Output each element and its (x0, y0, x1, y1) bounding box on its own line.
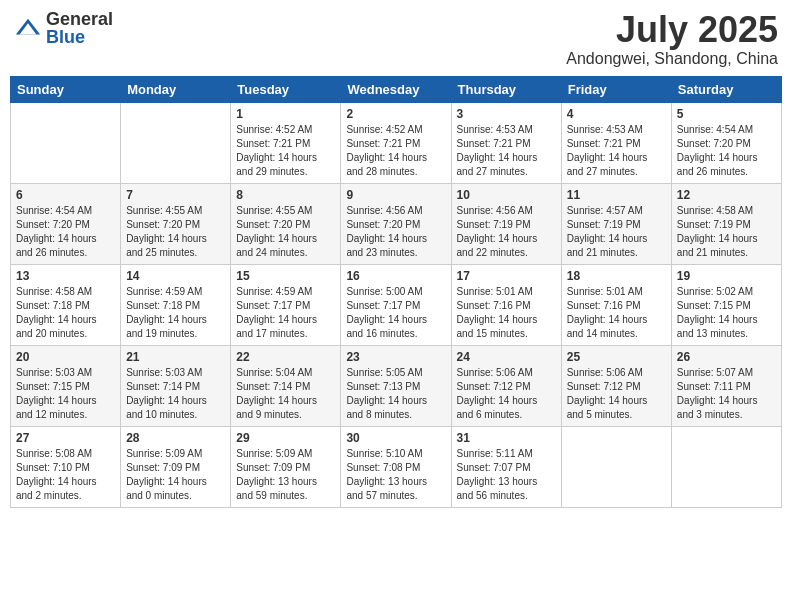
day-number: 14 (126, 269, 225, 283)
day-number: 10 (457, 188, 556, 202)
day-info: Sunrise: 4:56 AM Sunset: 7:20 PM Dayligh… (346, 204, 445, 260)
day-number: 7 (126, 188, 225, 202)
day-info: Sunrise: 4:52 AM Sunset: 7:21 PM Dayligh… (236, 123, 335, 179)
day-number: 26 (677, 350, 776, 364)
weekday-header-friday: Friday (561, 76, 671, 102)
calendar-cell: 27Sunrise: 5:08 AM Sunset: 7:10 PM Dayli… (11, 426, 121, 507)
calendar-cell: 31Sunrise: 5:11 AM Sunset: 7:07 PM Dayli… (451, 426, 561, 507)
day-info: Sunrise: 4:53 AM Sunset: 7:21 PM Dayligh… (457, 123, 556, 179)
day-number: 4 (567, 107, 666, 121)
day-number: 12 (677, 188, 776, 202)
calendar-cell: 16Sunrise: 5:00 AM Sunset: 7:17 PM Dayli… (341, 264, 451, 345)
calendar-cell: 3Sunrise: 4:53 AM Sunset: 7:21 PM Daylig… (451, 102, 561, 183)
calendar-cell (561, 426, 671, 507)
weekday-header-row: SundayMondayTuesdayWednesdayThursdayFrid… (11, 76, 782, 102)
day-number: 21 (126, 350, 225, 364)
day-info: Sunrise: 4:59 AM Sunset: 7:18 PM Dayligh… (126, 285, 225, 341)
day-info: Sunrise: 4:55 AM Sunset: 7:20 PM Dayligh… (126, 204, 225, 260)
day-info: Sunrise: 5:02 AM Sunset: 7:15 PM Dayligh… (677, 285, 776, 341)
calendar-cell: 5Sunrise: 4:54 AM Sunset: 7:20 PM Daylig… (671, 102, 781, 183)
day-number: 8 (236, 188, 335, 202)
day-info: Sunrise: 4:57 AM Sunset: 7:19 PM Dayligh… (567, 204, 666, 260)
day-number: 13 (16, 269, 115, 283)
calendar-cell: 26Sunrise: 5:07 AM Sunset: 7:11 PM Dayli… (671, 345, 781, 426)
day-info: Sunrise: 5:09 AM Sunset: 7:09 PM Dayligh… (126, 447, 225, 503)
calendar-cell: 13Sunrise: 4:58 AM Sunset: 7:18 PM Dayli… (11, 264, 121, 345)
day-info: Sunrise: 4:54 AM Sunset: 7:20 PM Dayligh… (677, 123, 776, 179)
day-number: 31 (457, 431, 556, 445)
day-number: 20 (16, 350, 115, 364)
day-number: 28 (126, 431, 225, 445)
day-info: Sunrise: 5:09 AM Sunset: 7:09 PM Dayligh… (236, 447, 335, 503)
calendar-cell: 12Sunrise: 4:58 AM Sunset: 7:19 PM Dayli… (671, 183, 781, 264)
calendar-week-row: 1Sunrise: 4:52 AM Sunset: 7:21 PM Daylig… (11, 102, 782, 183)
calendar-cell: 18Sunrise: 5:01 AM Sunset: 7:16 PM Dayli… (561, 264, 671, 345)
day-number: 19 (677, 269, 776, 283)
day-number: 9 (346, 188, 445, 202)
calendar-week-row: 27Sunrise: 5:08 AM Sunset: 7:10 PM Dayli… (11, 426, 782, 507)
page-header: General Blue July 2025 Andongwei, Shando… (10, 10, 782, 68)
day-number: 27 (16, 431, 115, 445)
weekday-header-saturday: Saturday (671, 76, 781, 102)
day-number: 15 (236, 269, 335, 283)
day-number: 5 (677, 107, 776, 121)
day-info: Sunrise: 5:11 AM Sunset: 7:07 PM Dayligh… (457, 447, 556, 503)
calendar-cell: 15Sunrise: 4:59 AM Sunset: 7:17 PM Dayli… (231, 264, 341, 345)
logo-icon (14, 14, 42, 42)
day-number: 6 (16, 188, 115, 202)
day-info: Sunrise: 4:59 AM Sunset: 7:17 PM Dayligh… (236, 285, 335, 341)
day-number: 16 (346, 269, 445, 283)
calendar-cell: 21Sunrise: 5:03 AM Sunset: 7:14 PM Dayli… (121, 345, 231, 426)
day-info: Sunrise: 5:05 AM Sunset: 7:13 PM Dayligh… (346, 366, 445, 422)
calendar-cell: 17Sunrise: 5:01 AM Sunset: 7:16 PM Dayli… (451, 264, 561, 345)
calendar-cell: 11Sunrise: 4:57 AM Sunset: 7:19 PM Dayli… (561, 183, 671, 264)
weekday-header-wednesday: Wednesday (341, 76, 451, 102)
day-info: Sunrise: 4:58 AM Sunset: 7:18 PM Dayligh… (16, 285, 115, 341)
weekday-header-monday: Monday (121, 76, 231, 102)
calendar-cell (671, 426, 781, 507)
calendar-cell: 6Sunrise: 4:54 AM Sunset: 7:20 PM Daylig… (11, 183, 121, 264)
day-info: Sunrise: 4:58 AM Sunset: 7:19 PM Dayligh… (677, 204, 776, 260)
day-number: 29 (236, 431, 335, 445)
day-number: 24 (457, 350, 556, 364)
day-info: Sunrise: 5:06 AM Sunset: 7:12 PM Dayligh… (457, 366, 556, 422)
day-number: 1 (236, 107, 335, 121)
weekday-header-sunday: Sunday (11, 76, 121, 102)
day-info: Sunrise: 4:55 AM Sunset: 7:20 PM Dayligh… (236, 204, 335, 260)
calendar-cell (121, 102, 231, 183)
calendar-cell: 4Sunrise: 4:53 AM Sunset: 7:21 PM Daylig… (561, 102, 671, 183)
calendar-cell: 2Sunrise: 4:52 AM Sunset: 7:21 PM Daylig… (341, 102, 451, 183)
calendar-cell: 19Sunrise: 5:02 AM Sunset: 7:15 PM Dayli… (671, 264, 781, 345)
day-info: Sunrise: 5:08 AM Sunset: 7:10 PM Dayligh… (16, 447, 115, 503)
day-number: 25 (567, 350, 666, 364)
calendar-cell: 28Sunrise: 5:09 AM Sunset: 7:09 PM Dayli… (121, 426, 231, 507)
day-info: Sunrise: 5:01 AM Sunset: 7:16 PM Dayligh… (457, 285, 556, 341)
calendar-cell: 1Sunrise: 4:52 AM Sunset: 7:21 PM Daylig… (231, 102, 341, 183)
calendar-cell: 14Sunrise: 4:59 AM Sunset: 7:18 PM Dayli… (121, 264, 231, 345)
logo: General Blue (14, 10, 113, 46)
calendar-cell: 29Sunrise: 5:09 AM Sunset: 7:09 PM Dayli… (231, 426, 341, 507)
calendar-table: SundayMondayTuesdayWednesdayThursdayFrid… (10, 76, 782, 508)
day-number: 30 (346, 431, 445, 445)
month-title: July 2025 (566, 10, 778, 50)
day-info: Sunrise: 5:03 AM Sunset: 7:14 PM Dayligh… (126, 366, 225, 422)
weekday-header-tuesday: Tuesday (231, 76, 341, 102)
calendar-week-row: 13Sunrise: 4:58 AM Sunset: 7:18 PM Dayli… (11, 264, 782, 345)
calendar-cell: 25Sunrise: 5:06 AM Sunset: 7:12 PM Dayli… (561, 345, 671, 426)
location-title: Andongwei, Shandong, China (566, 50, 778, 68)
day-info: Sunrise: 5:03 AM Sunset: 7:15 PM Dayligh… (16, 366, 115, 422)
day-number: 3 (457, 107, 556, 121)
calendar-cell: 7Sunrise: 4:55 AM Sunset: 7:20 PM Daylig… (121, 183, 231, 264)
day-info: Sunrise: 5:00 AM Sunset: 7:17 PM Dayligh… (346, 285, 445, 341)
calendar-cell: 23Sunrise: 5:05 AM Sunset: 7:13 PM Dayli… (341, 345, 451, 426)
calendar-cell: 24Sunrise: 5:06 AM Sunset: 7:12 PM Dayli… (451, 345, 561, 426)
logo-blue-text: Blue (46, 28, 113, 46)
logo-general-text: General (46, 10, 113, 28)
day-number: 11 (567, 188, 666, 202)
day-info: Sunrise: 5:07 AM Sunset: 7:11 PM Dayligh… (677, 366, 776, 422)
calendar-cell: 10Sunrise: 4:56 AM Sunset: 7:19 PM Dayli… (451, 183, 561, 264)
day-info: Sunrise: 4:56 AM Sunset: 7:19 PM Dayligh… (457, 204, 556, 260)
day-number: 22 (236, 350, 335, 364)
calendar-cell: 8Sunrise: 4:55 AM Sunset: 7:20 PM Daylig… (231, 183, 341, 264)
day-info: Sunrise: 4:52 AM Sunset: 7:21 PM Dayligh… (346, 123, 445, 179)
